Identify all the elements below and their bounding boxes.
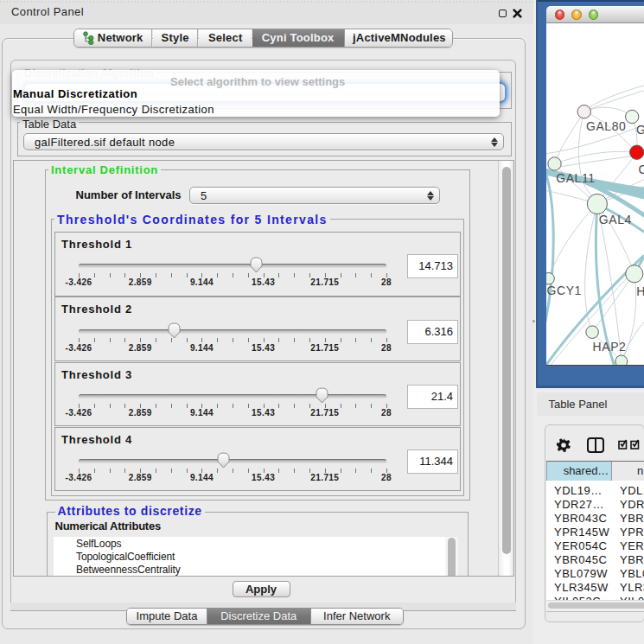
svg-text:GAL11: GAL11 bbox=[556, 171, 595, 185]
svg-text:GAL4: GAL4 bbox=[598, 213, 631, 226]
svg-text:H: H bbox=[636, 284, 644, 298]
svg-text:GCY1: GCY1 bbox=[546, 284, 581, 297]
svg-text:C: C bbox=[638, 163, 644, 176]
svg-text:GA: GA bbox=[636, 123, 644, 137]
svg-text:HAP2: HAP2 bbox=[592, 340, 626, 354]
svg-text:GAL80: GAL80 bbox=[585, 119, 625, 133]
